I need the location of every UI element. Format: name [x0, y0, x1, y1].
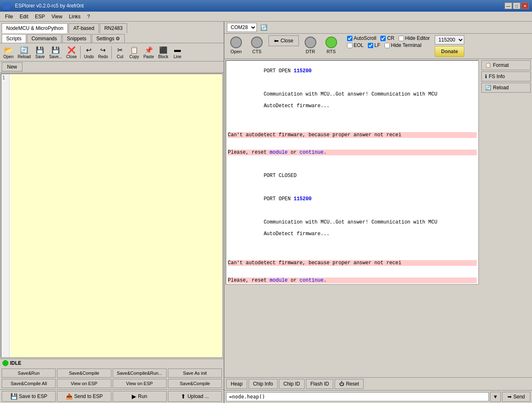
- eol-label[interactable]: EOL: [347, 42, 364, 48]
- terminal-wrapper: PORT OPEN 115200 Communication with MCU.…: [224, 59, 480, 377]
- save-icon: 💾: [35, 45, 44, 54]
- save-to-esp-button[interactable]: 💾 Save to ESP: [2, 391, 56, 402]
- menu-view[interactable]: View: [48, 13, 66, 20]
- toolbar-sep-2: [111, 46, 112, 59]
- cut-button[interactable]: ✂ Cut: [113, 44, 127, 60]
- send-button[interactable]: ➡ Send: [502, 392, 530, 402]
- close-file-button[interactable]: ❌ Close: [64, 44, 79, 60]
- reload-button[interactable]: 🔄 Reload: [16, 44, 32, 60]
- chip-id-button[interactable]: Chip ID: [279, 379, 305, 389]
- donate-button[interactable]: Donate: [435, 46, 464, 57]
- command-dropdown-btn[interactable]: ▼: [490, 392, 501, 402]
- autoscroll-checkbox[interactable]: [347, 36, 352, 41]
- eol-checkbox[interactable]: [347, 43, 352, 48]
- line-button[interactable]: ▬ Line: [171, 44, 184, 60]
- menu-edit[interactable]: Edit: [16, 13, 32, 20]
- menu-links[interactable]: Links: [66, 13, 84, 20]
- save-as-button[interactable]: 💾 Save...: [47, 44, 64, 60]
- save-as-init-button[interactable]: Save As init: [168, 369, 222, 378]
- save-compile-button-2[interactable]: Save&Compile: [168, 379, 222, 388]
- com-port-select[interactable]: COM28: [227, 23, 257, 32]
- titlebar-controls: — □ ✕: [505, 2, 529, 9]
- save-run-button[interactable]: Save&Run: [2, 369, 56, 378]
- toolbar: 📂 Open 🔄 Reload 💾 Save 💾 Save... ❌ Close: [0, 43, 224, 61]
- code-content[interactable]: [10, 74, 222, 357]
- block-button[interactable]: ⬛ Block: [156, 44, 170, 60]
- heap-button[interactable]: Heap: [226, 379, 247, 389]
- autoscroll-label[interactable]: AutoScroll: [347, 35, 377, 41]
- titlebar: ESPlorer v0.2.0-rc5 by 4refr0nt — □ ✕: [0, 0, 532, 12]
- cr-checkbox[interactable]: [380, 36, 386, 41]
- right-panel-inner: PORT OPEN 115200 Communication with MCU.…: [224, 59, 532, 377]
- terminal-container: PORT OPEN 115200 Communication with MCU.…: [226, 60, 479, 376]
- term-line-2: Communication with MCU..Got answer! Comm…: [264, 91, 437, 97]
- send-to-esp-icon: 📤: [66, 393, 73, 400]
- tab-at-based[interactable]: AT-based: [69, 23, 99, 33]
- line-numbers: 1: [1, 74, 10, 357]
- save-compile-all-button[interactable]: Save&Compile All: [2, 379, 56, 388]
- terminal[interactable]: PORT OPEN 115200 Communication with MCU.…: [226, 60, 479, 285]
- term-line-3: AutoDetect firmware...: [264, 103, 329, 109]
- view-on-esp-button-2[interactable]: View on ESP: [113, 379, 167, 388]
- run-button[interactable]: ▶ Run: [113, 391, 167, 402]
- hide-editor-checkbox[interactable]: [399, 36, 404, 41]
- open-button[interactable]: 📂 Open: [2, 44, 15, 60]
- open-conn-button[interactable]: Open: [227, 35, 245, 55]
- format-button[interactable]: 📋 Format: [481, 60, 531, 70]
- menu-help[interactable]: ?: [84, 13, 94, 20]
- reload-fs-button[interactable]: 🔄 Reload: [481, 83, 531, 93]
- menu-esp[interactable]: ESP: [32, 13, 48, 20]
- term-line-5: AutoDetect firmware...: [264, 231, 329, 237]
- cr-label[interactable]: CR: [380, 35, 394, 41]
- save-compile-button[interactable]: Save&Compile: [57, 369, 111, 378]
- code-editor[interactable]: 1: [1, 74, 223, 358]
- tab-scripts[interactable]: Scripts: [2, 34, 26, 43]
- tab-commands[interactable]: Commands: [27, 34, 62, 43]
- term-baud-1: 115200: [293, 68, 311, 74]
- save-compile-run-button[interactable]: Save&Compile&Run...: [113, 369, 167, 378]
- term-error-3: Can't autodetect firmware, because prope…: [228, 260, 477, 266]
- close-button[interactable]: ✕: [521, 2, 529, 9]
- tab-snippets[interactable]: Snippets: [62, 34, 91, 43]
- paste-button[interactable]: 📌 Paste: [142, 44, 156, 60]
- lf-checkbox[interactable]: [368, 43, 373, 48]
- new-tab-area: New: [0, 61, 224, 73]
- reset-button[interactable]: ⏻ Reset: [335, 379, 363, 389]
- upload-button[interactable]: ⬆ Upload ...: [168, 391, 222, 402]
- close-conn-button[interactable]: ⬅ Close: [268, 35, 299, 46]
- hide-terminal-label[interactable]: Hide Terminal: [384, 42, 421, 48]
- tab-settings[interactable]: Settings ⚙: [92, 34, 125, 43]
- copy-button[interactable]: 📋 Copy: [128, 44, 141, 60]
- minimize-button[interactable]: —: [505, 2, 512, 9]
- action-row-2: Save&Compile All View on ESP View on ESP…: [0, 379, 224, 389]
- bottom-action-bar: 💾 Save to ESP 📤 Send to ESP ▶ Run ⬆ Uplo…: [0, 389, 224, 403]
- maximize-button[interactable]: □: [513, 2, 520, 9]
- tab-rn2483[interactable]: RN2483: [100, 23, 127, 33]
- new-tab[interactable]: New: [2, 62, 22, 71]
- baud-rate-select[interactable]: 115200 9600 19200 38400 57600 230400: [435, 35, 464, 44]
- cts-circle: [251, 37, 263, 48]
- com-refresh-icon[interactable]: 🔃: [259, 23, 268, 32]
- save-to-esp-icon: 💾: [10, 393, 17, 400]
- chip-info-button[interactable]: Chip Info: [249, 379, 278, 389]
- hide-terminal-checkbox[interactable]: [384, 43, 390, 48]
- menu-file[interactable]: File: [2, 13, 16, 20]
- flash-id-button[interactable]: Flash ID: [306, 379, 334, 389]
- tab-nodemcu[interactable]: NodeMCU & MicroPython: [2, 23, 68, 33]
- checkboxes: AutoScroll CR Hide Editor EOL: [347, 35, 430, 48]
- terminal-bottom-bar: Heap Chip Info Chip ID Flash ID ⏻ Reset: [224, 377, 532, 390]
- com-bar: COM28 🔃: [224, 22, 532, 34]
- save-button[interactable]: 💾 Save: [33, 44, 47, 60]
- fs-info-button[interactable]: ℹ FS Info: [481, 71, 531, 81]
- rts-button[interactable]: RTS: [322, 35, 340, 55]
- lf-label[interactable]: LF: [368, 42, 380, 48]
- term-error-2: Please, reset module or continue.: [228, 150, 477, 155]
- command-input[interactable]: [226, 392, 489, 401]
- undo-button[interactable]: ↩ Undo: [82, 44, 96, 60]
- view-on-esp-button-1[interactable]: View on ESP: [57, 379, 111, 388]
- send-to-esp-button[interactable]: 📤 Send to ESP: [57, 391, 111, 402]
- hide-editor-label[interactable]: Hide Editor: [399, 35, 430, 41]
- redo-button[interactable]: ↪ Redo: [96, 44, 110, 60]
- cts-button[interactable]: CTS: [248, 35, 266, 55]
- dtr-button[interactable]: DTR: [301, 35, 320, 55]
